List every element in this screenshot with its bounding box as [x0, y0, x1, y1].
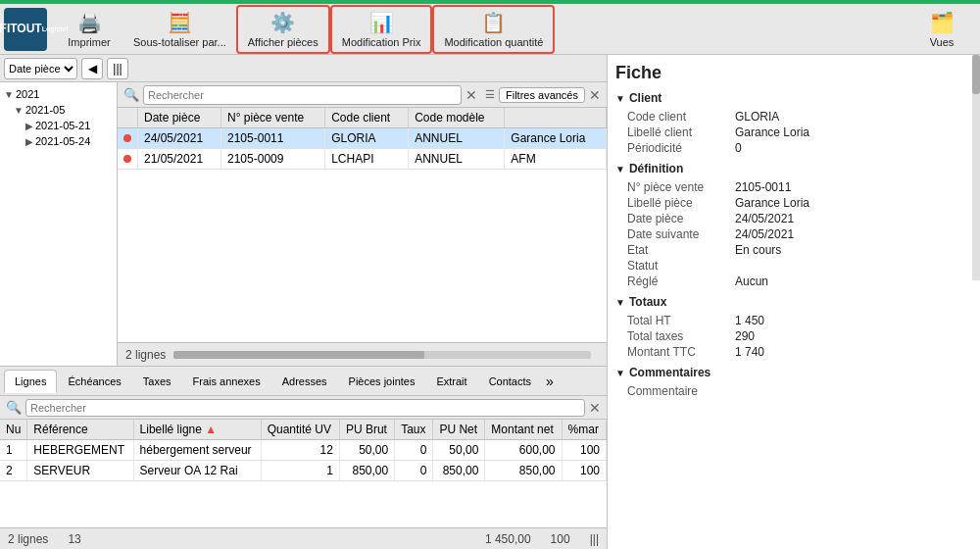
fiche-row: Réglé Aucun — [615, 274, 972, 289]
col-code-modele[interactable]: Code modèle — [409, 108, 505, 128]
fiche-label-date-suivante: Date suivante — [627, 227, 735, 241]
search-clear-icon[interactable]: ✕ — [466, 87, 477, 103]
fiche-label-libelle-client: Libellé client — [627, 125, 735, 139]
col-date-piece[interactable]: Date pièce — [138, 108, 221, 128]
tab-pieces-jointes[interactable]: Pièces jointes — [338, 370, 426, 393]
bottom-search-input[interactable] — [25, 399, 585, 417]
calculator-icon: 🧮 — [168, 11, 192, 34]
bcell-pmar: 100 — [562, 440, 606, 461]
imprimer-button[interactable]: 🖨️ Imprimer — [55, 7, 123, 52]
cell-date: 24/05/2021 — [138, 128, 221, 149]
tree-item-2021[interactable]: ▼ 2021 — [0, 86, 117, 102]
advanced-filter-button[interactable]: Filtres avancés — [499, 87, 585, 103]
bottom-total1: 13 — [68, 532, 80, 546]
tab-echeances[interactable]: Échéances — [57, 370, 131, 393]
fiche-value-total-taxes: 290 — [735, 329, 755, 343]
main-data-table: Date pièce N° pièce vente Code client Co… — [118, 108, 607, 170]
fiche-value-montant-ttc: 1 740 — [735, 345, 764, 359]
tree-label-2021-05: 2021-05 — [25, 104, 65, 116]
bottom-search-clear-icon[interactable]: ✕ — [589, 400, 601, 416]
cell-num: 2105-0009 — [221, 149, 325, 170]
fiche-label-date-piece: Date pièce — [627, 212, 735, 225]
tree-arrow-2021-05: ▼ — [14, 105, 24, 116]
main-search-input[interactable] — [143, 85, 462, 105]
bottom-search-icon: 🔍 — [6, 400, 22, 415]
tree-arrow-2021-05-24: ▶ — [25, 136, 33, 147]
fiche-row: Statut — [615, 258, 972, 274]
tree-item-2021-05[interactable]: ▼ 2021-05 — [0, 102, 117, 118]
bottom-table-area: 🔍 ✕ Nu Référence Libellé ligne ▲ Quantit… — [0, 396, 607, 549]
fiche-label-etat: Etat — [627, 243, 735, 257]
filter-close-icon[interactable]: ✕ — [589, 87, 601, 103]
table-row[interactable]: 21/05/2021 2105-0009 LCHAPI ANNUEL AFM — [118, 149, 607, 170]
sous-totaliser-button[interactable]: 🧮 Sous-totaliser par... — [123, 7, 236, 52]
modification-prix-button[interactable]: 📊 Modification Prix — [330, 5, 433, 54]
afficher-pieces-button[interactable]: ⚙️ Afficher pièces — [236, 5, 330, 54]
bcell-reference: HEBERGEMENT — [27, 440, 133, 461]
fiche-value-date-suivante: 24/05/2021 — [735, 227, 794, 241]
section-arrow-definition: ▼ — [615, 164, 625, 175]
bcell-libelle: hébergement serveur — [133, 440, 261, 461]
tree-item-2021-05-21[interactable]: ▶ 2021-05-21 — [0, 118, 117, 133]
tabs-more-button[interactable]: » — [542, 374, 558, 389]
bottom-search-bar: 🔍 ✕ — [0, 396, 607, 420]
tree-label-2021-05-24: 2021-05-24 — [35, 135, 90, 147]
tree-groupby-select[interactable]: Date pièce — [4, 58, 77, 79]
fiche-label-total-ht: Total HT — [627, 314, 735, 327]
vues-button[interactable]: 🗂️ Vues — [907, 7, 976, 52]
bcell-montant: 600,00 — [485, 440, 562, 461]
fiche-label-num-piece: N° pièce vente — [627, 180, 735, 194]
tab-contacts[interactable]: Contacts — [478, 370, 542, 393]
bcell-nu: 2 — [0, 461, 27, 481]
section-label-client: Client — [629, 91, 662, 105]
gear-icon: ⚙️ — [270, 11, 295, 34]
tree-label-2021: 2021 — [16, 88, 39, 100]
col-num-piece[interactable]: N° pièce vente — [221, 108, 325, 128]
bcol-pmar[interactable]: %mar — [562, 420, 606, 440]
fiche-row: Date suivante 24/05/2021 — [615, 226, 972, 242]
table-row[interactable]: 24/05/2021 2105-0011 GLORIA ANNUEL Garan… — [118, 128, 607, 149]
bcol-nu[interactable]: Nu — [0, 420, 27, 440]
bottom-total3: 100 — [551, 532, 570, 546]
main-scrollbar[interactable] — [972, 55, 980, 280]
bcol-taux[interactable]: Taux — [395, 420, 433, 440]
fiche-label-libelle-piece: Libellé pièce — [627, 196, 735, 210]
tree-item-2021-05-24[interactable]: ▶ 2021-05-24 — [0, 133, 117, 149]
cell-extra: AFM — [505, 149, 607, 170]
fiche-section-definition: ▼ Définition — [615, 162, 972, 175]
tree-collapse-button[interactable]: ◀ — [81, 58, 103, 79]
bottom-table-row[interactable]: 1 HEBERGEMENT hébergement serveur 12 50,… — [0, 440, 607, 461]
col-extra[interactable] — [505, 108, 607, 128]
bottom-table-row[interactable]: 2 SERVEUR Serveur OA 12 Rai 1 850,00 0 8… — [0, 461, 607, 481]
bottom-data-table: Nu Référence Libellé ligne ▲ Quantité UV… — [0, 420, 607, 481]
fiche-label-total-taxes: Total taxes — [627, 329, 735, 343]
main-table-area: 🔍 ✕ ☰ Filtres avancés ✕ Date pièce — [118, 82, 607, 366]
tab-frais-annexes[interactable]: Frais annexes — [182, 370, 271, 393]
tab-adresses[interactable]: Adresses — [271, 370, 338, 393]
vues-icon: 🗂️ — [930, 11, 955, 34]
bcol-pu-brut[interactable]: PU Brut — [339, 420, 394, 440]
bcol-pu-net[interactable]: PU Net — [433, 420, 485, 440]
tab-taxes[interactable]: Taxes — [132, 370, 182, 393]
tree-panel: ▼ 2021 ▼ 2021-05 ▶ 2021-05-21 ▶ 2021-05-… — [0, 82, 118, 366]
row-indicator — [123, 134, 131, 142]
tab-lignes[interactable]: Lignes — [4, 370, 57, 393]
tree-expand-button[interactable]: ||| — [107, 58, 128, 79]
tree-toolbar: Date pièce ◀ ||| — [0, 55, 607, 82]
tab-extrait[interactable]: Extrait — [425, 370, 477, 393]
bcol-montant[interactable]: Montant net — [485, 420, 562, 440]
fiche-value-periodicite: 0 — [735, 141, 742, 155]
bcol-libelle[interactable]: Libellé ligne ▲ — [133, 420, 261, 440]
print-icon: 🖨️ — [77, 11, 102, 34]
modification-quantite-button[interactable]: 📋 Modification quantité — [432, 5, 555, 54]
table-icon: 📊 — [369, 11, 394, 34]
cell-modele: ANNUEL — [409, 149, 505, 170]
bcol-qte[interactable]: Quantité UV — [261, 420, 339, 440]
col-code-client[interactable]: Code client — [325, 108, 409, 128]
bottom-table-footer: 2 lignes 13 1 450,00 100 ||| — [0, 527, 607, 549]
fiche-row: Etat En cours — [615, 242, 972, 258]
bcell-pmar: 100 — [562, 461, 606, 481]
bcol-reference[interactable]: Référence — [27, 420, 133, 440]
fiche-row: Date pièce 24/05/2021 — [615, 211, 972, 226]
bcell-nu: 1 — [0, 440, 27, 461]
